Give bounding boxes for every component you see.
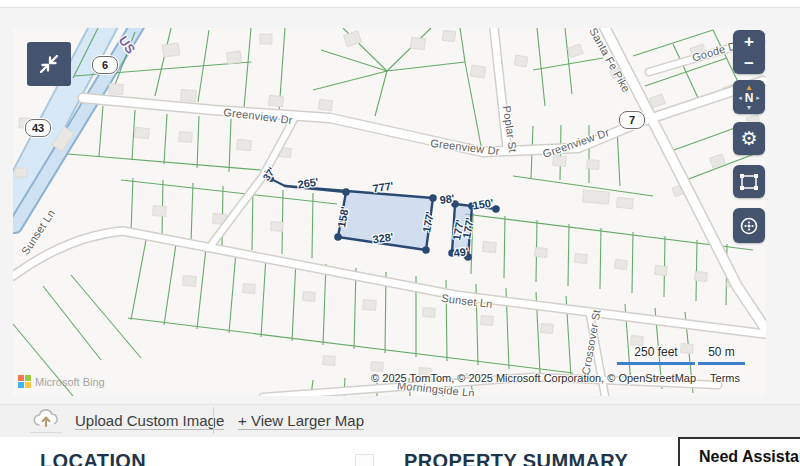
upload-label: Upload Custom Image bbox=[75, 412, 224, 429]
terms-link[interactable]: Terms bbox=[710, 372, 740, 384]
location-heading: LOCATION bbox=[40, 450, 146, 466]
map-canvas[interactable]: US Greenview Dr Greenview Dr Greenview D… bbox=[13, 28, 766, 396]
view-larger-map-button[interactable]: + View Larger Map bbox=[238, 404, 364, 437]
compass-right-arrow[interactable]: ▸ bbox=[756, 94, 760, 101]
scale-feet-label: 250 feet bbox=[617, 345, 695, 359]
area-select-button[interactable] bbox=[733, 165, 765, 198]
compass-control[interactable]: ▲ ◂ N ▸ ▼ bbox=[733, 80, 765, 114]
cloud-upload-icon bbox=[30, 408, 62, 433]
map-artwork bbox=[13, 28, 766, 396]
page: US Greenview Dr Greenview Dr Greenview D… bbox=[0, 0, 800, 466]
scale-metric-label: 50 m bbox=[698, 345, 745, 359]
bing-logo-text: Microsoft Bing bbox=[35, 376, 105, 388]
upload-custom-image-button[interactable]: Upload Custom Image bbox=[30, 404, 224, 437]
zoom-control: + − bbox=[733, 30, 765, 74]
scale-feet-bar bbox=[617, 362, 695, 365]
dimension-label: 49' bbox=[453, 245, 469, 259]
need-assistance-label: Need Assistance? bbox=[699, 448, 800, 466]
summary-icon-box bbox=[355, 454, 374, 466]
compass-north-label: N bbox=[745, 92, 754, 104]
route-shield-6: 6 bbox=[92, 56, 118, 74]
dimension-label: 98' bbox=[439, 192, 455, 206]
route-shield-43: 43 bbox=[25, 119, 51, 137]
locate-button[interactable] bbox=[733, 208, 765, 243]
toolbar-divider bbox=[213, 407, 214, 434]
compass-down-arrow[interactable]: ▼ bbox=[746, 104, 753, 111]
compass-left-arrow[interactable]: ◂ bbox=[738, 94, 742, 101]
selection-box-icon bbox=[737, 171, 761, 193]
zoom-in-button[interactable]: + bbox=[733, 30, 765, 52]
locate-icon bbox=[737, 214, 761, 238]
collapse-map-button[interactable] bbox=[27, 42, 71, 86]
need-assistance-button[interactable]: Need Assistance? bbox=[678, 437, 800, 466]
map-attribution: © 2025 TomTom, © 2025 Microsoft Corporat… bbox=[371, 372, 740, 384]
bing-logo: Microsoft Bing bbox=[18, 375, 105, 388]
top-strip bbox=[0, 0, 800, 8]
attribution-text: © 2025 TomTom, © 2025 Microsoft Corporat… bbox=[371, 372, 696, 384]
scale-metric-bar bbox=[698, 362, 745, 365]
route-shield-7: 7 bbox=[619, 111, 645, 129]
property-summary-heading: PROPERTY SUMMARY bbox=[404, 450, 628, 466]
microsoft-logo-icon bbox=[18, 375, 31, 388]
gear-icon: ⚙ bbox=[740, 129, 757, 148]
collapse-arrows-icon bbox=[36, 51, 62, 77]
view-larger-label: + View Larger Map bbox=[238, 412, 364, 429]
zoom-out-button[interactable]: − bbox=[733, 52, 765, 74]
map-settings-button[interactable]: ⚙ bbox=[733, 122, 765, 155]
